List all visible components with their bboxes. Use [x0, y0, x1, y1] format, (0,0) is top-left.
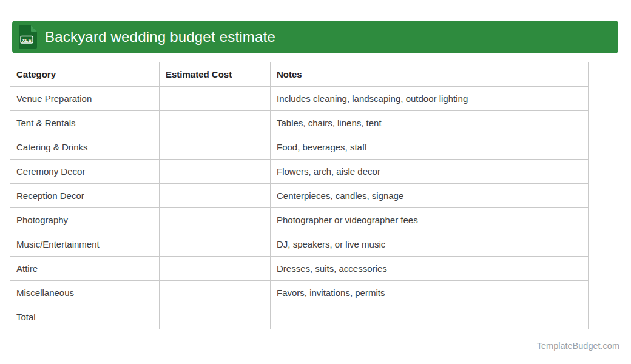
table-row: Photography Photographer or videographer…	[10, 208, 589, 232]
notes-cell: DJ, speakers, or live music	[271, 232, 589, 257]
notes-cell: Tables, chairs, linens, tent	[271, 111, 589, 135]
category-cell: Attire	[10, 257, 160, 281]
cost-cell	[160, 160, 271, 184]
table-row-total: Total	[10, 305, 589, 329]
cost-cell	[160, 208, 271, 232]
cost-cell	[160, 184, 271, 208]
svg-text:XLS: XLS	[22, 38, 32, 43]
category-cell: Total	[10, 305, 160, 329]
column-header-estimated-cost: Estimated Cost	[160, 62, 271, 87]
cost-cell	[160, 111, 271, 135]
table-row: Attire Dresses, suits, accessories	[10, 257, 589, 281]
table-row: Tent & Rentals Tables, chairs, linens, t…	[10, 111, 589, 135]
notes-cell: Photographer or videographer fees	[271, 208, 589, 232]
cost-cell	[160, 257, 271, 281]
site-watermark: TemplateBudget.com	[537, 341, 619, 351]
cost-cell	[160, 305, 271, 329]
cost-cell	[160, 281, 271, 305]
table-row: Catering & Drinks Food, beverages, staff	[10, 135, 589, 160]
xls-file-icon: XLS	[19, 25, 37, 49]
cost-cell	[160, 135, 271, 160]
category-cell: Tent & Rentals	[10, 111, 160, 135]
notes-cell	[271, 305, 589, 329]
table-row: Miscellaneous Favors, invitations, permi…	[10, 281, 589, 305]
page-title: Backyard wedding budget estimate	[45, 29, 275, 46]
table-header-row: Category Estimated Cost Notes	[10, 62, 589, 87]
category-cell: Reception Decor	[10, 184, 160, 208]
notes-cell: Flowers, arch, aisle decor	[271, 160, 589, 184]
table-row: Music/Entertainment DJ, speakers, or liv…	[10, 232, 589, 257]
title-bar: XLS Backyard wedding budget estimate	[12, 21, 618, 53]
table-row: Venue Preparation Includes cleaning, lan…	[10, 87, 589, 111]
table-row: Reception Decor Centerpieces, candles, s…	[10, 184, 589, 208]
category-cell: Miscellaneous	[10, 281, 160, 305]
notes-cell: Includes cleaning, landscaping, outdoor …	[271, 87, 589, 111]
column-header-notes: Notes	[271, 62, 589, 87]
category-cell: Ceremony Decor	[10, 160, 160, 184]
table-row: Ceremony Decor Flowers, arch, aisle deco…	[10, 160, 589, 184]
notes-cell: Favors, invitations, permits	[271, 281, 589, 305]
column-header-category: Category	[10, 62, 160, 87]
cost-cell	[160, 232, 271, 257]
template-preview-page: XLS Backyard wedding budget estimate Cat…	[0, 0, 631, 364]
category-cell: Catering & Drinks	[10, 135, 160, 160]
budget-table: Category Estimated Cost Notes Venue Prep…	[10, 62, 589, 329]
notes-cell: Food, beverages, staff	[271, 135, 589, 160]
cost-cell	[160, 87, 271, 111]
notes-cell: Centerpieces, candles, signage	[271, 184, 589, 208]
category-cell: Music/Entertainment	[10, 232, 160, 257]
notes-cell: Dresses, suits, accessories	[271, 257, 589, 281]
category-cell: Photography	[10, 208, 160, 232]
category-cell: Venue Preparation	[10, 87, 160, 111]
